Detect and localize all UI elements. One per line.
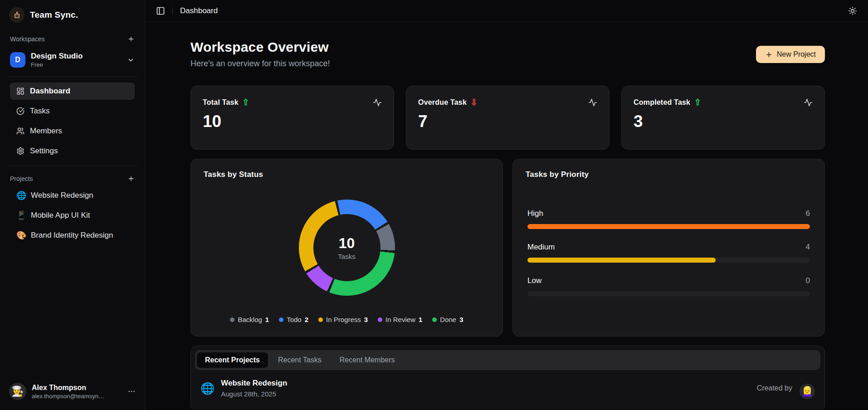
sidebar-project-brand-identity-redesign[interactable]: 🎨 Brand Identity Redesign [10,227,135,244]
topbar: Dashboard [145,0,868,22]
tasks-by-priority-card: Tasks by Priority High 6 Medium [512,159,825,337]
activity-pulse-icon [804,98,813,107]
legend-label: Todo [287,316,302,323]
legend-label: Done [440,316,456,323]
tab-recent-tasks[interactable]: Recent Tasks [270,352,330,368]
project-label: Website Redesign [31,191,93,200]
legend-label: Backlog [238,316,262,323]
user-profile[interactable]: 👨‍🍳 Alex Thompson alex.thompson@teamsync… [7,380,137,403]
recent-project-date: August 28th, 2025 [221,390,287,398]
new-project-label: New Project [777,50,816,59]
donut-chart-wrap: 10 Tasks [204,179,490,316]
nav-label: Tasks [30,107,49,116]
add-workspace-button[interactable] [127,35,135,43]
user-menu-button[interactable] [127,387,136,395]
bar-value: 4 [806,243,810,252]
stat-label: Total Task [203,98,239,107]
trend-up-icon: ⇧ [694,97,701,107]
dashboard-grid-icon [16,87,24,95]
bar-track [527,258,810,263]
globe-icon: 🌐 [200,382,215,395]
project-label: Mobile App UI Kit [31,211,90,220]
stat-label: Completed Task [634,98,690,107]
add-project-button[interactable] [127,175,135,182]
legend-value: 1 [265,316,269,323]
plus-icon [765,51,773,59]
stat-value: 3 [634,112,813,131]
legend-dot [230,317,234,322]
workspaces-header: Workspaces [7,35,137,43]
stat-card-overdue-task: Overdue Task ⇩ 7 [406,86,610,150]
legend-dot [279,317,283,322]
workspace-avatar: D [10,52,25,68]
bar-track [527,224,810,229]
bar-value: 0 [806,276,810,285]
page-subtitle: Here's an overview for this workspace! [190,59,330,68]
trend-down-icon: ⇩ [470,97,478,107]
nav-label: Members [30,127,62,136]
donut-center: 10 Tasks [313,214,380,281]
mobile-phone-icon: 📱 [16,210,25,220]
robot-logo-icon [9,7,24,23]
globe-icon: 🌐 [16,190,25,200]
divider [7,166,137,166]
new-project-button[interactable]: New Project [756,46,825,63]
sidebar-project-mobile-app-ui-kit[interactable]: 📱 Mobile App UI Kit [10,207,135,224]
app-root: Team Sync. Workspaces D Design Studio Fr… [0,0,868,410]
donut-legend: Backlog 1 Todo 2 In Progress 3 [204,316,490,325]
bar-fill [527,258,716,263]
users-icon [16,127,24,135]
activity-pulse-icon [588,98,597,107]
tab-recent-members[interactable]: Recent Members [332,352,403,368]
tab-recent-projects[interactable]: Recent Projects [197,352,268,368]
divider [7,76,137,77]
priority-bar-low: Low 0 [527,276,810,296]
sidebar-item-tasks[interactable]: Tasks [10,102,135,120]
bar-value: 6 [806,209,810,218]
legend-item-done: Done 3 [432,316,463,323]
project-label: Brand Identity Redesign [31,231,113,240]
legend-item-in-review: In Review 1 [378,316,422,323]
app-name: Team Sync. [30,10,78,20]
sidebar-item-members[interactable]: Members [10,122,135,140]
app-logo[interactable]: Team Sync. [7,6,137,24]
projects-header: Projects [7,175,137,182]
theme-toggle-sun-icon[interactable] [848,6,857,15]
dashboard-content: Workspace Overview Here's an overview fo… [145,22,868,410]
stat-value: 7 [418,112,597,131]
sidebar-toggle-icon[interactable] [156,6,165,15]
stat-label: Overdue Task [418,98,467,107]
chart-title: Tasks by Priority [526,170,812,179]
recent-project-meta: Website Redesign August 28th, 2025 [221,379,287,398]
chart-title: Tasks by Status [204,170,490,179]
sidebar-project-website-redesign[interactable]: 🌐 Website Redesign [10,187,135,204]
sidebar: Team Sync. Workspaces D Design Studio Fr… [0,0,145,410]
stat-cards: Total Task ⇧ 10 Overdue Task ⇩ [190,86,825,150]
palette-icon: 🎨 [16,230,25,240]
legend-label: In Review [385,316,415,323]
donut-total-label: Tasks [338,253,355,260]
workspaces-label: Workspaces [10,35,45,43]
stat-card-total-task: Total Task ⇧ 10 [190,86,394,150]
user-avatar: 👨‍🍳 [9,383,26,400]
main-area: Dashboard Workspace Overview Here's an o… [145,0,868,410]
recent-project-row[interactable]: 🌐 Website Redesign August 28th, 2025 Cre… [195,370,820,407]
recent-project-title: Website Redesign [221,379,287,388]
legend-item-in-progress: In Progress 3 [318,316,368,323]
sidebar-item-settings[interactable]: Settings [10,142,135,160]
sidebar-item-dashboard[interactable]: Dashboard [10,83,135,100]
donut-chart: 10 Tasks [299,200,395,296]
user-name: Alex Thompson [32,384,122,392]
workspace-switcher[interactable]: D Design Studio Free [7,48,137,72]
page-title: Workspace Overview [190,39,330,55]
gear-icon [16,147,24,155]
priority-bar-high: High 6 [527,209,810,229]
projects-label: Projects [10,175,33,182]
bar-label: High [527,209,543,218]
bar-label: Low [527,276,541,285]
legend-dot [432,317,437,322]
page-header-text: Workspace Overview Here's an overview fo… [190,39,330,68]
breadcrumb-title: Dashboard [180,6,218,15]
legend-item-todo: Todo 2 [279,316,308,323]
workspace-name: Design Studio [31,52,122,61]
